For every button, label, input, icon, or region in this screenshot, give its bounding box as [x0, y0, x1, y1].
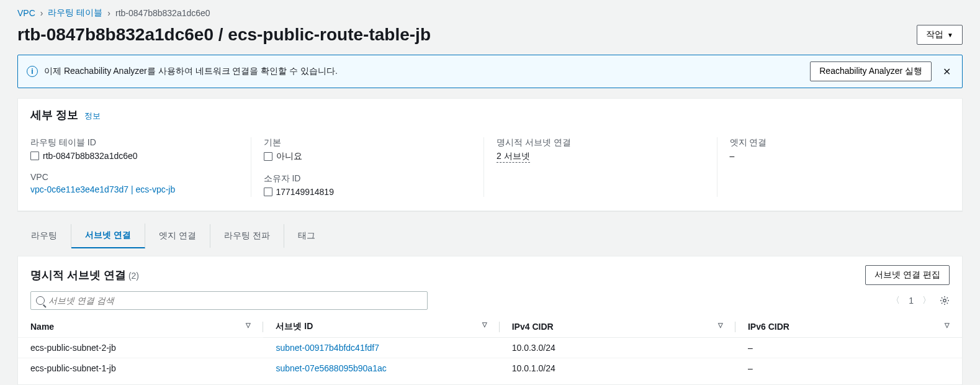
copy-icon[interactable]: [264, 188, 272, 196]
search-icon: [36, 296, 45, 305]
vpc-link[interactable]: vpc-0c6e11e3e4e1d73d7 | ecs-vpc-jb: [30, 184, 175, 194]
breadcrumb: VPC › 라우팅 테이블 › rtb-0847b8b832a1dc6e0: [0, 0, 980, 19]
subnet-id-link[interactable]: subnet-07e5688095b90a1ac: [276, 363, 386, 373]
gear-icon[interactable]: [940, 296, 950, 306]
rt-id-label: 라우팅 테이블 ID: [30, 137, 238, 148]
actions-button[interactable]: 작업 ▼: [917, 25, 963, 45]
edge-assoc-label: 엣지 연결: [730, 137, 938, 148]
vpc-label: VPC: [30, 172, 238, 182]
tab-routing[interactable]: 라우팅: [17, 224, 71, 248]
subnet-assoc-heading: 명시적 서브넷 연결: [30, 269, 126, 281]
col-ipv4[interactable]: IPv4 CIDR: [512, 322, 554, 332]
col-ipv6[interactable]: IPv6 CIDR: [748, 322, 789, 332]
search-box[interactable]: [30, 291, 428, 310]
reachability-analyzer-button[interactable]: Reachability Analyzer 실행: [810, 61, 932, 81]
rt-id-value: rtb-0847b8b832a1dc6e0: [43, 151, 138, 161]
subnet-assoc-panel: 명시적 서브넷 연결 (2) 서브넷 연결 편집 〈 1 〉 N: [17, 256, 963, 385]
table-row[interactable]: ecs-public-subnet-1-jbsubnet-07e5688095b…: [18, 358, 962, 379]
cell-ipv6: –: [735, 358, 962, 379]
caret-down-icon: ▼: [947, 32, 953, 38]
filter-icon[interactable]: ▽: [718, 322, 723, 328]
explicit-subnet-value[interactable]: 2 서브넷: [497, 151, 530, 163]
svg-point-0: [943, 299, 946, 302]
subnet-assoc-count: (2): [128, 271, 139, 281]
explicit-subnet-label: 명시적 서브넷 연결: [497, 137, 704, 148]
owner-label: 소유자 ID: [264, 173, 472, 184]
details-heading: 세부 정보: [30, 109, 78, 121]
page-title: rtb-0847b8b832a1dc6e0 / ecs-public-route…: [17, 25, 431, 45]
tabs: 라우팅 서브넷 연결 엣지 연결 라우팅 전파 태그: [17, 224, 963, 248]
default-label: 기본: [264, 137, 472, 148]
edge-assoc-value: –: [730, 151, 735, 161]
cell-ipv4: 10.0.1.0/24: [500, 358, 735, 379]
tab-subnet-assoc[interactable]: 서브넷 연결: [71, 224, 145, 248]
cell-ipv4: 10.0.3.0/24: [500, 338, 735, 358]
info-icon: i: [27, 66, 38, 77]
breadcrumb-vpc[interactable]: VPC: [17, 8, 35, 18]
cell-name: ecs-public-subnet-2-jb: [18, 338, 263, 358]
table-row[interactable]: ecs-public-subnet-2-jbsubnet-00917b4bfdc…: [18, 338, 962, 358]
tab-route-propagation[interactable]: 라우팅 전파: [210, 224, 284, 248]
chevron-right-icon: ›: [40, 8, 43, 18]
close-icon[interactable]: ✕: [940, 63, 953, 80]
banner-message: 이제 Reachability Analyzer를 사용하여 네트워크 연결을 …: [44, 66, 338, 77]
col-name[interactable]: Name: [30, 322, 54, 332]
breadcrumb-current: rtb-0847b8b832a1dc6e0: [115, 8, 210, 18]
cell-ipv6: –: [735, 338, 962, 358]
owner-value: 177149914819: [276, 187, 334, 197]
info-banner: i 이제 Reachability Analyzer를 사용하여 네트워크 연결…: [17, 55, 963, 88]
breadcrumb-route-tables[interactable]: 라우팅 테이블: [48, 7, 102, 19]
default-value: 아니요: [276, 151, 302, 162]
tab-edge-assoc[interactable]: 엣지 연결: [145, 224, 210, 248]
copy-icon[interactable]: [30, 152, 39, 160]
details-panel: 세부 정보 정보 라우팅 테이블 ID rtb-0847b8b832a1dc6e…: [17, 98, 963, 211]
edit-subnet-assoc-button[interactable]: 서브넷 연결 편집: [865, 265, 950, 285]
actions-button-label: 작업: [926, 29, 943, 40]
pager: 〈 1 〉: [891, 295, 950, 306]
cell-name: ecs-public-subnet-1-jb: [18, 358, 263, 379]
filter-icon[interactable]: ▽: [482, 321, 487, 328]
chevron-right-icon: ›: [107, 8, 110, 18]
next-page-icon[interactable]: 〉: [922, 295, 931, 306]
page-number: 1: [909, 296, 914, 306]
copy-icon[interactable]: [264, 152, 272, 161]
details-info-link[interactable]: 정보: [84, 111, 101, 120]
col-subnet-id[interactable]: 서브넷 ID: [276, 321, 313, 331]
search-input[interactable]: [48, 296, 422, 306]
subnet-id-link[interactable]: subnet-00917b4bfdc41fdf7: [276, 343, 379, 353]
filter-icon[interactable]: ▽: [945, 322, 950, 328]
tab-tags[interactable]: 태그: [284, 224, 329, 248]
prev-page-icon[interactable]: 〈: [891, 295, 900, 306]
filter-icon[interactable]: ▽: [246, 322, 251, 328]
subnet-table: Name▽ 서브넷 ID▽ IPv4 CIDR▽ IPv6 CIDR▽ ecs-…: [18, 316, 962, 378]
